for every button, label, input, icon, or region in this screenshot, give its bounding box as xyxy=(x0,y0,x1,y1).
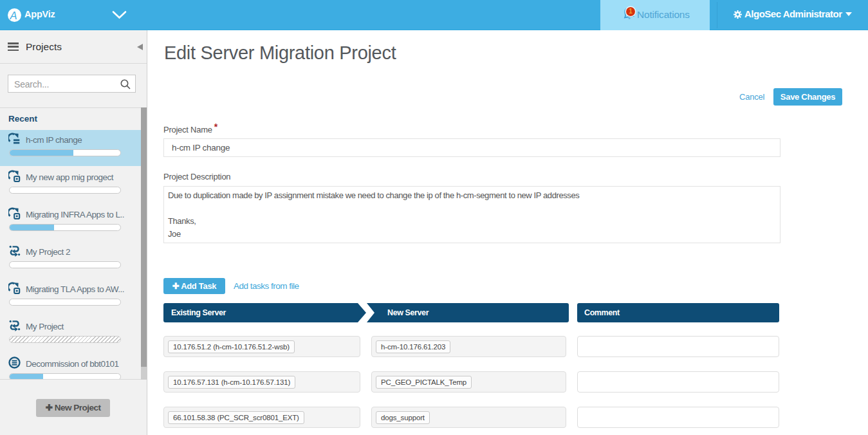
svg-text:A: A xyxy=(10,10,17,22)
